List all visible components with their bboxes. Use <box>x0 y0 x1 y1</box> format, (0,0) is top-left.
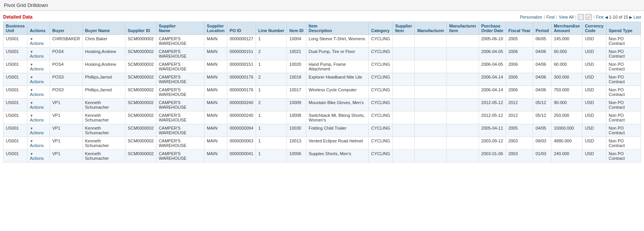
cell-category: CYCLING <box>369 111 393 124</box>
cell-manufacturer <box>415 86 447 99</box>
col-currency-code: CurrencyCode <box>582 22 606 35</box>
col-item-id: Item ID <box>287 22 306 35</box>
cell-buyer: VP1 <box>50 150 83 163</box>
col-spend-type: Spend Type <box>606 22 641 35</box>
cell-buyer: VP1 <box>50 124 83 137</box>
cell-actions[interactable]: ▼ Actions <box>27 111 50 124</box>
cell-fiscal-year: 2006 <box>506 60 533 73</box>
cell-spend-type: Non PO Contract <box>606 86 641 99</box>
cell-supplier-id: SCM0000002 <box>125 35 156 48</box>
actions-link[interactable]: Actions <box>30 156 44 161</box>
cell-purchase-order-date: 2012-05-12 <box>479 99 506 111</box>
col-manufacturer-item: ManufacturerItem <box>447 22 479 35</box>
last-btn[interactable]: Last <box>634 15 641 19</box>
cell-actions[interactable]: ▼ Actions <box>27 35 50 48</box>
col-period: Period <box>533 22 551 35</box>
cell-purchase-order-date: 2005-04-11 <box>479 124 506 137</box>
find-link[interactable]: Find <box>546 15 555 19</box>
toolbar: Personalize | Find | View All | 📄 📈 | Fi… <box>520 14 641 20</box>
cell-manufacturer <box>415 48 447 60</box>
cell-supplier-name: CAMPER'S WAREHOUSE <box>156 124 204 137</box>
col-buyer: Buyer <box>50 22 83 35</box>
personalize-link[interactable]: Personalize <box>520 15 542 19</box>
prev-btn[interactable]: ◀ <box>605 15 608 19</box>
actions-link[interactable]: Actions <box>30 41 44 46</box>
cell-fiscal-year: 2006 <box>506 48 533 60</box>
cell-item-id: 10008 <box>287 111 306 124</box>
cell-supplier-id: SCM0000002 <box>125 111 156 124</box>
cell-buyer-name: Phillips,Jarred <box>82 86 125 99</box>
next-btn[interactable]: ▶ <box>629 15 632 19</box>
cell-period: 09/03 <box>533 137 551 150</box>
cell-supplier-location: MAIN <box>204 99 227 111</box>
cell-actions[interactable]: ▼ Actions <box>27 60 50 73</box>
cell-currency-code: USD <box>582 150 606 163</box>
actions-link[interactable]: Actions <box>30 143 44 148</box>
cell-manufacturer-item <box>447 86 479 99</box>
cell-actions[interactable]: ▼ Actions <box>27 150 50 163</box>
cell-actions[interactable]: ▼ Actions <box>27 48 50 60</box>
cell-buyer-name: Chris Baker <box>82 35 125 48</box>
cell-manufacturer <box>415 35 447 48</box>
cell-currency-code: USD <box>582 86 606 99</box>
cell-business-unit: US001 <box>3 150 27 163</box>
cell-business-unit: US001 <box>3 111 27 124</box>
pagination: First ◀ 1-10 of 15 ▶ Last <box>596 15 641 19</box>
table-header-row: BusinessUnit Actions Buyer Buyer Name Su… <box>3 22 641 35</box>
actions-link[interactable]: Actions <box>30 92 44 97</box>
export-icon[interactable]: 📄 <box>578 14 584 20</box>
cell-business-unit: US001 <box>3 99 27 111</box>
cell-period: 04/06 <box>533 86 551 99</box>
cell-buyer-name: Hosking,Andrew <box>82 60 125 73</box>
cell-merchandise-amount: 60.000 <box>551 60 582 73</box>
cell-line-number: 1 <box>256 150 287 163</box>
col-business-unit: BusinessUnit <box>3 22 27 35</box>
cell-period: 04/06 <box>533 73 551 86</box>
view-all-link[interactable]: View All <box>559 15 574 19</box>
actions-link[interactable]: Actions <box>30 118 44 122</box>
actions-link[interactable]: Actions <box>30 67 44 71</box>
cell-spend-type: Non PO Contract <box>606 124 641 137</box>
table-row: US001▼ ActionsPOS3Phillips,JarredSCM0000… <box>3 73 641 86</box>
cell-supplier-id: SCM0000002 <box>125 150 156 163</box>
cell-buyer-name: Kenneth Schumacher <box>82 150 125 163</box>
cell-actions[interactable]: ▼ Actions <box>27 86 50 99</box>
actions-link[interactable]: Actions <box>30 105 44 110</box>
cell-supplier-name: CAMPER'S WAREHOUSE <box>156 60 204 73</box>
col-supplier-id: Supplier ID <box>125 22 156 35</box>
cell-manufacturer <box>415 99 447 111</box>
cell-supplier-id: SCM0000002 <box>125 137 156 150</box>
actions-link[interactable]: Actions <box>30 54 44 58</box>
cell-manufacturer-item <box>447 73 479 86</box>
cell-item-id: 10030 <box>287 124 306 137</box>
cell-actions[interactable]: ▼ Actions <box>27 73 50 86</box>
chart-icon[interactable]: 📈 <box>586 14 592 20</box>
cell-supplier-location: MAIN <box>204 111 227 124</box>
sep3: | <box>575 15 576 19</box>
cell-currency-code: USD <box>582 48 606 60</box>
cell-supplier-item <box>393 86 415 99</box>
dropdown-arrow: ▼ <box>30 114 33 118</box>
cell-po-id: 0000000176 <box>227 86 256 99</box>
cell-item-description: Long Sleeve T-Shirt, Womens <box>306 35 369 48</box>
cell-item-id: 10006 <box>287 150 306 163</box>
cell-purchase-order-date: 2005-06-10 <box>479 35 506 48</box>
actions-link[interactable]: Actions <box>30 130 44 135</box>
page-title-bar: Pivot Grid Drilldown <box>0 0 644 11</box>
cell-merchandise-amount: 4880.000 <box>551 137 582 150</box>
actions-link[interactable]: Actions <box>30 79 44 84</box>
cell-item-description: Mountain Bike Gloves, Men's <box>306 99 369 111</box>
cell-supplier-item <box>393 111 415 124</box>
cell-supplier-item <box>393 48 415 60</box>
cell-supplier-item <box>393 60 415 73</box>
first-btn[interactable]: First <box>596 15 603 19</box>
cell-actions[interactable]: ▼ Actions <box>27 137 50 150</box>
cell-manufacturer-item <box>447 99 479 111</box>
col-purchase-order-date: PurchaseOrder Date <box>479 22 506 35</box>
data-table: BusinessUnit Actions Buyer Buyer Name Su… <box>3 22 641 163</box>
cell-supplier-id: SCM0000002 <box>125 60 156 73</box>
cell-actions[interactable]: ▼ Actions <box>27 124 50 137</box>
cell-actions[interactable]: ▼ Actions <box>27 99 50 111</box>
cell-category: CYCLING <box>369 35 393 48</box>
cell-spend-type: Non PO Contract <box>606 60 641 73</box>
